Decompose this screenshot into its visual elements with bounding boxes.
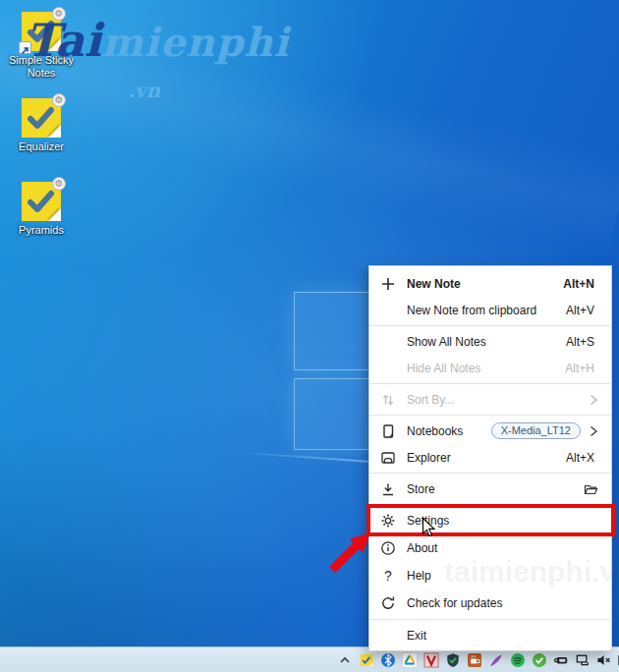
desktop: Taimienphi .vn taimienphi.vn ⚙ Simple St… [0, 0, 619, 672]
desktop-icon-equalizer[interactable]: ⚙ Equalizer [0, 98, 83, 153]
icon-spacer [380, 628, 396, 644]
menu-item-label: Sort By... [407, 393, 454, 407]
chevron-right-icon [588, 424, 599, 438]
menu-item-explorer[interactable]: Explorer Alt+X [369, 444, 611, 471]
menu-item-exit[interactable]: Exit [369, 622, 611, 649]
menu-separator [369, 325, 611, 326]
sort-icon [380, 392, 396, 408]
menu-item-label: New Note [407, 277, 461, 291]
gear-icon [380, 513, 396, 529]
bluetooth-icon[interactable] [380, 652, 396, 668]
windows-logo-pane-top [294, 292, 372, 370]
menu-item-label: Help [407, 569, 431, 583]
volume-muted-icon[interactable] [596, 652, 612, 668]
sticky-note-icon: ⚙ [22, 182, 61, 221]
coffee-app-icon[interactable] [467, 652, 482, 668]
shortcut-arrow-icon [19, 41, 31, 54]
desktop-icon-label: Equalizer [0, 140, 83, 153]
note-fold [48, 38, 61, 51]
shortcut-label: Alt+N [563, 277, 594, 291]
question-icon: ? [380, 568, 396, 584]
feather-pen-icon[interactable] [488, 652, 504, 668]
shortcut-label: Alt+S [566, 335, 594, 349]
menu-item-label: Notebooks [407, 424, 463, 438]
menu-item-settings[interactable]: Settings [369, 507, 611, 534]
hidden-icons-chevron-icon[interactable] [337, 652, 353, 668]
windows-logo-pane-bottom [294, 378, 372, 450]
menu-item-hide-all-notes[interactable]: Hide All Notes Alt+H [369, 355, 611, 381]
download-icon [380, 481, 396, 497]
menu-separator [369, 504, 611, 505]
menu-separator [369, 619, 611, 620]
menu-item-sort-by[interactable]: Sort By... [369, 386, 611, 413]
menu-item-show-all-notes[interactable]: Show All Notes Alt+S [369, 328, 611, 355]
menu-item-store[interactable]: Store [369, 476, 611, 502]
gear-badge-icon: ⚙ [52, 93, 66, 107]
windows-logo-floor-glow [234, 451, 371, 463]
menu-item-label: Show All Notes [407, 335, 486, 349]
desktop-icon-pyramids[interactable]: ⚙ Pyramids [0, 182, 83, 237]
menu-item-label: Store [407, 482, 435, 496]
shortcut-label: Alt+H [565, 362, 594, 375]
sticky-note-icon: ⚙ [22, 12, 61, 51]
sticky-notes-tray-icon[interactable] [359, 652, 374, 668]
notebook-badge[interactable]: X-Media_LT12 [491, 422, 581, 439]
light-ray [0, 0, 619, 259]
menu-item-label: Exit [407, 629, 426, 643]
menu-separator [369, 383, 611, 384]
settings-highlight-box [366, 504, 615, 536]
notebook-icon [380, 423, 396, 439]
sticky-notes-context-menu: New Note Alt+N New Note from clipboard A… [368, 265, 612, 651]
menu-item-new-note[interactable]: New Note Alt+N [369, 270, 611, 297]
icon-spacer [380, 303, 396, 318]
icon-spacer [380, 334, 396, 350]
defender-shield-icon[interactable] [445, 652, 461, 668]
refresh-icon [380, 595, 396, 611]
menu-item-new-note-from-clipboard[interactable]: New Note from clipboard Alt+V [369, 297, 611, 323]
menu-item-about[interactable]: About [369, 534, 611, 562]
ethernet-network-icon[interactable] [575, 652, 591, 668]
icon-spacer [380, 361, 396, 376]
menu-item-label: Settings [407, 514, 449, 528]
desktop-icon-simple-sticky-notes[interactable]: ⚙ Simple Sticky Notes [0, 12, 83, 80]
gear-badge-icon: ⚙ [52, 7, 66, 21]
note-fold [48, 208, 61, 221]
menu-separator [369, 415, 611, 416]
usb-device-icon[interactable] [553, 652, 569, 668]
menu-item-notebooks[interactable]: Notebooks X-Media_LT12 [369, 418, 611, 444]
menu-separator [369, 473, 611, 474]
shortcut-label: Alt+X [566, 451, 594, 465]
menu-item-help[interactable]: ? Help [369, 562, 611, 589]
menu-item-label: Hide All Notes [407, 362, 480, 375]
menu-item-check-for-updates[interactable]: Check for updates [369, 589, 611, 617]
plus-icon [380, 276, 396, 292]
security-check-icon[interactable] [532, 652, 547, 668]
v-app-icon[interactable] [423, 652, 439, 668]
menu-item-label: About [407, 541, 437, 555]
shortcut-label: Alt+V [566, 304, 594, 317]
info-icon [380, 540, 396, 556]
desktop-icon-label: Pyramids [0, 224, 83, 237]
menu-item-label: Explorer [407, 451, 451, 465]
chevron-right-icon [588, 393, 599, 407]
spotify-icon[interactable] [510, 652, 526, 668]
sticky-note-icon: ⚙ [22, 98, 61, 138]
note-fold [48, 125, 61, 138]
gear-badge-icon: ⚙ [52, 177, 66, 191]
menu-item-label: Check for updates [407, 596, 502, 610]
google-drive-icon[interactable] [402, 652, 418, 668]
open-folder-icon [583, 481, 599, 497]
desktop-icon-label: Simple Sticky Notes [0, 54, 83, 80]
explorer-icon [380, 450, 396, 466]
menu-item-label: New Note from clipboard [407, 304, 536, 317]
